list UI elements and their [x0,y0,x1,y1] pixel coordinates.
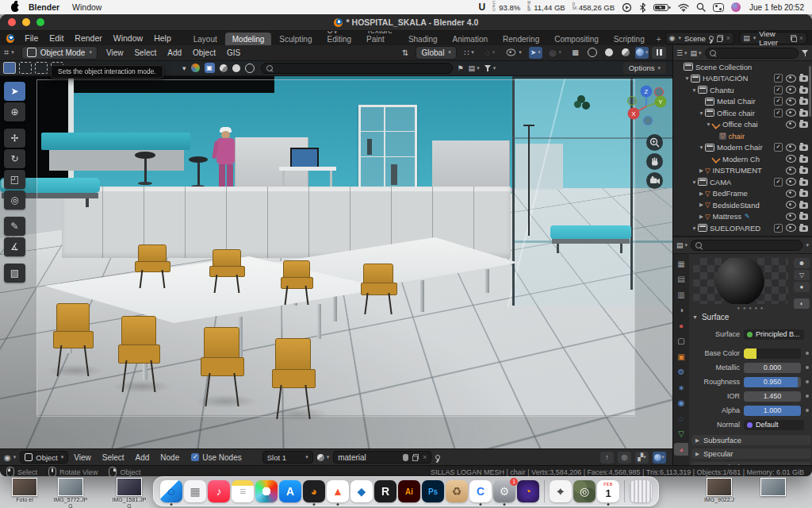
viewport-menu-gis[interactable]: GIS [221,48,246,57]
normal-dropdown[interactable]: Default [744,420,804,430]
tab-compositing[interactable]: Compositing [547,33,606,45]
preview-liquid-icon[interactable]: ● [794,282,810,292]
constraints-properties-tab[interactable]: ◌ [674,412,688,425]
hide-viewport-icon[interactable] [786,201,796,209]
hide-viewport-icon[interactable] [786,224,796,232]
outliner-row[interactable]: ▶▽BedFrame [673,188,812,200]
shading-pie-icon[interactable] [220,64,228,72]
outliner-row[interactable]: ▼SUELOPARED✓ [673,222,812,234]
calendar-dock-icon[interactable]: FEB1 [597,480,619,502]
shading-solid-icon[interactable] [602,47,615,59]
brave-dock-icon[interactable]: ▲ [327,480,349,502]
tab-modeling[interactable]: Modeling [225,33,272,45]
disclosure-arrow-icon[interactable]: ▼ [698,144,705,150]
viewport-menu-object[interactable]: Object [187,48,221,57]
camera-view-button[interactable] [646,172,663,189]
disclosure-arrow-icon[interactable]: ▼ [684,75,691,81]
chair[interactable] [208,249,246,293]
hide-viewport-icon[interactable] [786,167,796,175]
shader-editor-type-button[interactable]: ◉▾ [0,453,20,462]
visibility-icon[interactable]: ▾ [502,48,526,56]
collection-checkbox[interactable]: ✓ [774,224,783,233]
disk-stat[interactable]: DSK458,26 GB [573,3,615,12]
render-pass-icon[interactable] [232,64,240,72]
scene-properties-tab[interactable]: ◑ [674,304,688,317]
overlays-icon[interactable]: ◎▾ [546,48,565,57]
disclosure-arrow-icon[interactable]: ▶ [698,202,705,208]
menu-edit[interactable]: Edit [44,33,69,43]
zoom-view-button[interactable] [646,134,663,151]
modifier-properties-tab[interactable]: ⚙ [674,366,688,379]
menubar-clock[interactable]: Jue 1 feb 20:52 [749,3,804,12]
preview-world-icon[interactable]: ◐ [794,298,810,309]
trash-dock-icon[interactable] [630,480,652,502]
siri-icon[interactable] [731,2,741,12]
decorator-dot[interactable] [806,394,809,398]
editor-type-button[interactable]: ⌗▾ [0,48,18,58]
select-subtract-icon[interactable] [35,62,48,74]
chair[interactable] [51,303,95,376]
physics-properties-tab[interactable]: ◉ [674,397,688,410]
gizmo-toggle-icon[interactable]: ➤▾ [529,47,542,59]
hide-viewport-icon[interactable] [786,155,796,163]
finder-dock-icon[interactable]: ☺ [160,480,182,502]
outliner-filter-icon[interactable] [802,50,809,56]
illustrator-dock-icon[interactable]: Ai [398,480,420,502]
desktop-file[interactable]: IMG_9022.J [701,478,737,503]
disable-render-icon[interactable] [799,87,808,94]
disclosure-arrow-icon[interactable]: ▼ [691,87,698,93]
disable-render-icon[interactable] [799,214,808,220]
shader-menu-select[interactable]: Select [97,453,130,462]
playback-icon[interactable] [622,2,632,13]
outliner-row[interactable]: Modern Ch [673,153,812,165]
disclosure-arrow-icon[interactable]: ▶ [698,214,705,220]
disable-render-icon[interactable] [799,225,808,232]
unlink-scene-icon[interactable]: × [726,34,730,42]
spotlight-search-icon[interactable] [696,2,706,12]
desktop-file[interactable]: IMG_5772.JPG [52,478,89,508]
roughness-slider[interactable]: 0.950 [744,377,801,387]
disable-render-icon[interactable] [799,190,808,197]
material-browse-icon[interactable]: ▾ [313,454,334,461]
object-mode-dropdown[interactable]: Object Mode ▾ [21,46,98,60]
disclosure-arrow-icon[interactable]: ▶ [698,190,705,197]
chair[interactable] [198,327,246,406]
disclosure-arrow-icon[interactable]: ▶ [698,167,705,174]
object-properties-tab[interactable]: ▣ [674,350,688,363]
pause-render-button[interactable] [652,47,666,59]
hide-viewport-icon[interactable] [786,109,796,117]
firefox-dock-icon[interactable]: ◔ [517,480,539,502]
surface-section-header[interactable]: ▼Surface [692,313,729,321]
tab-shading[interactable]: Shading [401,33,445,45]
preview-cloth-icon[interactable]: ▽ [794,270,810,280]
add-workspace-button[interactable]: + [653,33,665,45]
collection-checkbox[interactable]: ✓ [774,143,783,152]
data-properties-tab[interactable]: ▽ [674,428,688,441]
hide-viewport-icon[interactable] [786,75,796,83]
hide-viewport-icon[interactable] [786,190,796,198]
menu-file[interactable]: File [19,33,44,43]
parent-node-icon[interactable]: ↑ [600,452,614,464]
rhino-dock-icon[interactable]: R [374,480,396,502]
new-scene-icon[interactable] [717,35,723,42]
transform-tool[interactable]: ◎ [4,190,25,210]
outliner-row[interactable]: ▼Modern Chair✓ [673,142,812,154]
preview-head-icon[interactable]: ☻ [794,258,810,268]
select-extend-icon[interactable] [19,62,32,74]
section-specular[interactable]: ▶Specular [691,448,811,459]
outliner-row[interactable]: ▼Office chai [673,119,812,131]
scene-selector[interactable]: ◉▾ Scene × [665,32,735,44]
slot-dropdown[interactable]: Slot 1▾ [262,451,313,464]
blender-logo-icon[interactable] [6,34,14,43]
alpha-slider[interactable]: 1.000 [744,406,801,416]
memory-stat[interactable]: MEM11,44 GB [527,2,565,13]
tweak-select-tool[interactable]: ➤ [4,82,25,101]
launchpad-dock-icon[interactable]: ▦ [184,480,206,502]
viewport-search-field[interactable] [261,63,453,74]
tab-animation[interactable]: Animation [446,33,495,45]
bluetooth-icon[interactable] [639,2,646,13]
view-layer-selector[interactable]: ▤▾ View Layer × [739,32,807,44]
disclosure-arrow-icon[interactable]: ▼ [698,110,705,116]
battery-icon[interactable] [653,3,671,12]
select-set-icon[interactable] [3,62,16,74]
